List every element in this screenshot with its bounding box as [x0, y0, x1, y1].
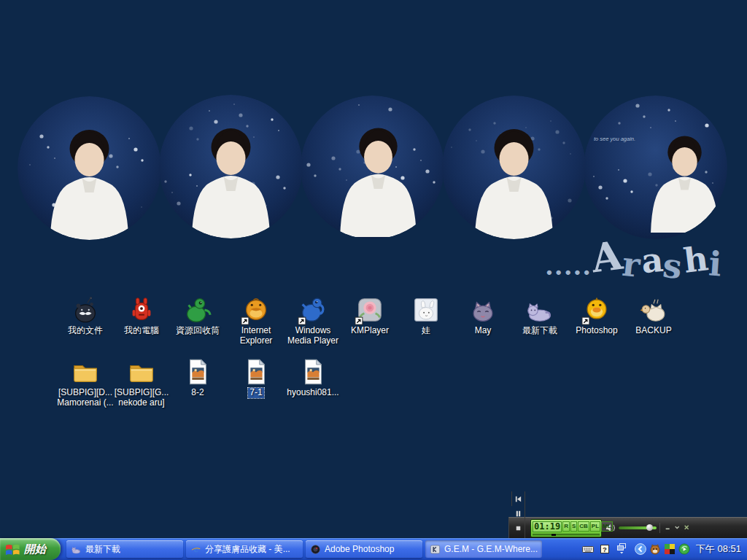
desktop-icon-label: May [473, 326, 493, 336]
wallpaper-title-char: h [681, 238, 711, 281]
desktop-icon-label: Photoshop [574, 326, 619, 336]
green-sphere-icon[interactable] [678, 543, 690, 555]
player-progress-track[interactable] [533, 534, 600, 536]
player-lcd-button-s[interactable]: S [570, 521, 577, 532]
creature-blue-icon [298, 295, 328, 325]
taskbar-task-2[interactable]: e分享護膚品收藏 - 美... [186, 540, 303, 558]
desktop-icon-label: 資源回收筒 [174, 326, 221, 336]
player-volume-thumb[interactable] [646, 524, 653, 531]
desktop-icon-label: KMPlayer [349, 326, 390, 336]
cat-white-icon [638, 295, 669, 325]
player-lcd-button-ml[interactable]: ML [601, 521, 613, 532]
player-volume [605, 524, 657, 532]
taskbar-task-label: Adobe Photoshop [325, 544, 394, 554]
desktop-icon-my-computer[interactable]: 我的電腦 [111, 295, 172, 336]
player-window-buttons [663, 523, 692, 533]
taskbar-task-label: G.E.M - G.E.M-Where... [444, 544, 538, 554]
folder-icon [70, 357, 101, 387]
desktop-icon-wa[interactable]: 娃 [395, 295, 457, 336]
taskbar-task-label: 分享護膚品收藏 - 美... [205, 543, 290, 556]
desktop-icon-may[interactable]: May [452, 295, 514, 336]
rose-square-icon [355, 295, 385, 325]
wallpaper-title: .....Arashi [545, 233, 722, 280]
desktop-icon-label: 我的文件 [66, 326, 104, 336]
player-collapse-button[interactable] [673, 523, 682, 533]
kmplayer-icon [430, 544, 441, 555]
desktop-icon-photoshop[interactable]: Photoshop [566, 295, 627, 336]
desktop-icon-label: BACKUP [634, 326, 673, 336]
help-block-icon[interactable]: ? [599, 543, 611, 555]
player-pause-button[interactable] [511, 506, 525, 521]
taskbar-buttons: 最新下載e分享護膚品收藏 - 美...Adobe PhotoshopG.E.M … [61, 538, 542, 560]
player-close-button[interactable] [682, 523, 692, 533]
player-stop-button[interactable] [511, 521, 525, 535]
windows-logo-icon [5, 542, 20, 557]
desktop-icon-recycle-bin[interactable]: 資源回收筒 [167, 295, 228, 336]
player-lcd-buttons: RSCBPLML [562, 521, 612, 532]
desktop-icon-subpig-folder-1[interactable]: [SUBPIG][D... Mamorenai (... [55, 357, 116, 408]
image-file-icon [298, 357, 328, 387]
taskbar: 開始 最新下載e分享護膚品收藏 - 美...Adobe PhotoshopG.E… [0, 538, 747, 560]
player-minimize-button[interactable] [663, 523, 673, 533]
taskbar-task-1[interactable]: 最新下載 [66, 540, 183, 558]
desktop-icon-file-7-1[interactable]: 7-1 [225, 357, 287, 398]
keyboard-icon[interactable] [582, 543, 594, 555]
wallpaper-title-char: . [573, 252, 583, 281]
player-time: 01:19 [533, 521, 562, 532]
desktop-icon-file-8-2[interactable]: 8-2 [167, 357, 228, 398]
desktop-icon-kmplayer[interactable]: KMPlayer [339, 295, 400, 336]
cat-lilac-icon [71, 544, 82, 555]
photoshop-icon [310, 544, 321, 555]
restore-windows-icon[interactable] [616, 543, 627, 555]
taskbar-task-4[interactable]: G.E.M - G.E.M-Where... [425, 540, 542, 558]
start-button[interactable]: 開始 [0, 538, 61, 560]
start-label: 開始 [24, 542, 46, 556]
duck-orange-icon [241, 295, 271, 325]
image-file-icon [182, 357, 213, 387]
svg-text:e: e [193, 544, 199, 554]
player-lcd-button-pl[interactable]: PL [590, 521, 600, 532]
desktop-icon-file-hyoushi081[interactable]: hyoushi081... [282, 357, 344, 398]
desktop-icon-label: 最新下載 [521, 326, 559, 336]
player-lcd-button-r[interactable]: R [562, 521, 570, 532]
kmplayer-controlbar: 01:19 RSCBPLML [508, 517, 747, 538]
wallpaper-title-char: i [707, 244, 723, 284]
divider [659, 523, 660, 533]
wallpaper-title-char: . [554, 252, 564, 281]
fox-icon[interactable] [649, 543, 661, 555]
language-bar: ? [582, 543, 627, 555]
desktop-icon-subpig-folder-2[interactable]: [SUBPIG][G... nekode aru] [111, 357, 172, 408]
desktop-icon-label: hyoushi081... [285, 388, 340, 398]
image-file-icon [241, 357, 271, 387]
desktop-icon-label: 8-2 [190, 388, 205, 398]
desktop-icon-internet-explorer[interactable]: Internet Explorer [225, 295, 287, 346]
player-previous-button[interactable] [511, 491, 525, 506]
wallpaper-title-char: r [621, 244, 643, 285]
player-progress-marker[interactable] [551, 534, 556, 536]
cat-gray-icon [468, 295, 498, 325]
wallpaper-title-char: . [564, 252, 573, 281]
portrait-circle-4 [442, 96, 586, 239]
svg-text:to see you again.: to see you again. [594, 136, 635, 142]
portrait-circle-3 [301, 96, 444, 239]
desktop-icon-label: Internet Explorer [239, 326, 274, 346]
cat-lilac-icon [525, 295, 555, 325]
player-lcd-button-cb[interactable]: CB [578, 521, 589, 532]
hide-icons-button[interactable] [635, 543, 646, 555]
desktop-icon-label: Windows Media Player [286, 326, 340, 346]
desktop-icon-my-documents[interactable]: 我的文件 [55, 295, 116, 336]
bunny-square-icon [411, 295, 441, 325]
desktop-icon-windows-media-player[interactable]: Windows Media Player [282, 295, 344, 346]
desktop-icon-label: 我的電腦 [123, 326, 160, 336]
folder-icon [126, 357, 157, 387]
duck-yellow-icon [581, 295, 612, 325]
player-volume-track[interactable] [619, 526, 657, 529]
taskbar-task-3[interactable]: Adobe Photoshop [306, 540, 422, 558]
color-grid-icon[interactable] [664, 543, 676, 555]
wallpaper-title-char: . [545, 252, 554, 281]
taskbar-task-label: 最新下載 [85, 543, 120, 556]
ie-icon: e [190, 544, 201, 555]
desktop-icon-backup[interactable]: BACKUP [623, 295, 684, 336]
portrait-circle-1 [18, 96, 161, 240]
desktop-icon-latest-downloads[interactable]: 最新下載 [509, 295, 570, 336]
